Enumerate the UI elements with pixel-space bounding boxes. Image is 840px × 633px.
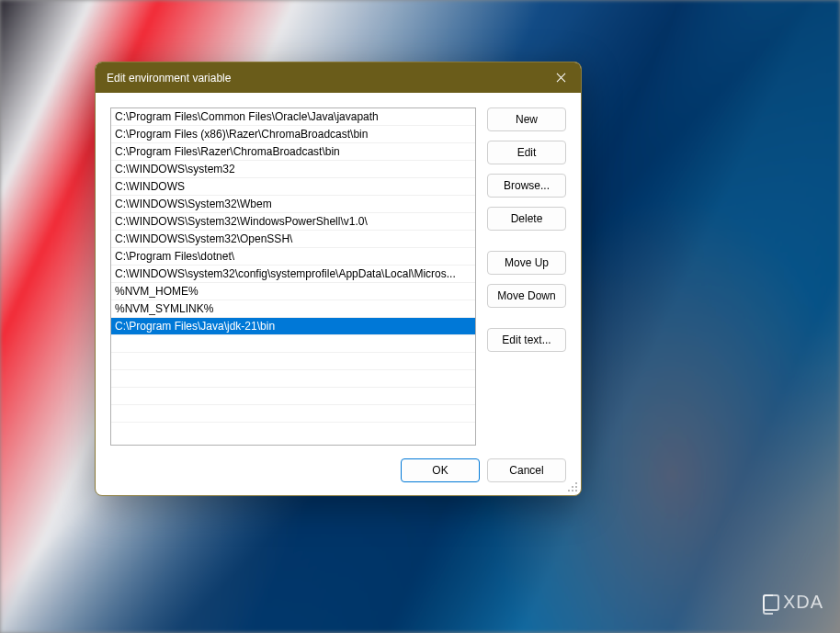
svg-point-0 [575, 482, 577, 484]
delete-button[interactable]: Delete [487, 207, 566, 231]
list-item[interactable] [111, 423, 475, 440]
list-item[interactable]: C:\Program Files\Common Files\Oracle\Jav… [111, 108, 475, 126]
move-down-button[interactable]: Move Down [487, 284, 566, 308]
xda-watermark: XDA [763, 592, 823, 613]
edit-text-button[interactable]: Edit text... [487, 328, 566, 352]
list-item[interactable]: %NVM_SYMLINK% [111, 300, 475, 318]
close-button[interactable] [540, 62, 581, 93]
list-item[interactable]: C:\WINDOWS [111, 178, 475, 196]
list-item[interactable] [111, 335, 475, 353]
svg-point-3 [568, 490, 570, 492]
list-item[interactable]: C:\Program Files\Razer\ChromaBroadcast\b… [111, 143, 475, 161]
list-item[interactable] [111, 405, 475, 423]
close-icon [556, 73, 566, 83]
resize-grip-icon[interactable] [565, 480, 578, 492]
list-item[interactable]: C:\WINDOWS\System32\WindowsPowerShell\v1… [111, 213, 475, 231]
svg-point-1 [572, 486, 573, 488]
list-item[interactable] [111, 353, 475, 370]
dialog-body: C:\Program Files\Common Files\Oracle\Jav… [96, 93, 581, 495]
browse-button[interactable]: Browse... [487, 174, 566, 198]
xda-logo-icon [763, 594, 779, 611]
watermark-text: XDA [783, 592, 823, 613]
svg-point-2 [575, 486, 577, 488]
edit-button[interactable]: Edit [487, 141, 566, 164]
list-item[interactable]: C:\WINDOWS\System32\Wbem [111, 196, 475, 213]
list-item[interactable]: C:\Program Files (x86)\Razer\ChromaBroad… [111, 126, 475, 143]
path-listbox[interactable]: C:\Program Files\Common Files\Oracle\Jav… [110, 107, 476, 446]
dialog-titlebar[interactable]: Edit environment variable [96, 62, 581, 93]
list-item[interactable]: C:\Program Files\Java\jdk-21\bin [111, 318, 475, 335]
list-item[interactable]: C:\WINDOWS\System32\OpenSSH\ [111, 231, 475, 248]
list-item[interactable]: C:\WINDOWS\system32\config\systemprofile… [111, 266, 475, 283]
edit-environment-variable-dialog: Edit environment variable C:\Program Fil… [95, 62, 582, 496]
list-item[interactable] [111, 388, 475, 405]
side-button-column: New Edit Browse... Delete Move Up Move D… [487, 107, 566, 352]
move-up-button[interactable]: Move Up [487, 251, 566, 275]
ok-button[interactable]: OK [401, 458, 480, 482]
bottom-button-row: OK Cancel [110, 458, 566, 482]
list-item[interactable]: C:\WINDOWS\system32 [111, 161, 475, 178]
content-row: C:\Program Files\Common Files\Oracle\Jav… [110, 107, 566, 446]
dialog-title: Edit environment variable [107, 72, 540, 85]
svg-point-5 [575, 490, 577, 492]
list-item[interactable] [111, 370, 475, 388]
list-item[interactable]: C:\Program Files\dotnet\ [111, 248, 475, 266]
list-item[interactable]: %NVM_HOME% [111, 283, 475, 300]
svg-point-4 [572, 490, 573, 492]
new-button[interactable]: New [487, 107, 566, 131]
cancel-button[interactable]: Cancel [487, 458, 566, 482]
